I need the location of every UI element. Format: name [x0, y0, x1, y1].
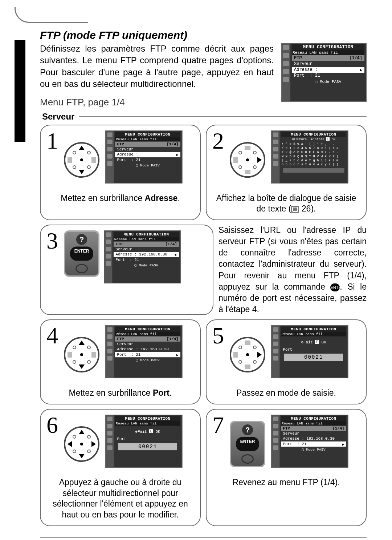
step-card-4: 4 MENU CONFIGURATION Réseau [40, 319, 201, 404]
step-caption: Mettez en surbrillance Port. [46, 388, 194, 399]
step-card-2: 2 MENU CONFIGURATION ⊞+⦿Curs [206, 125, 367, 221]
step-number: 3 [46, 230, 58, 251]
lcd-screen-step5: MENU CONFIGURATION Réseau LAN sans fil ⊕… [271, 325, 348, 378]
lcd-row-port: Port : 21 [292, 73, 364, 78]
lcd-screen-step7: MENU CONFIGURATION Réseau LAN sans fil F… [271, 415, 348, 468]
step-card-6: 6 MENU CONFIGURATION Réseau [40, 409, 201, 527]
page-corner-decoration [15, 7, 88, 23]
dpad-icon [230, 337, 265, 372]
step-number: 7 [212, 415, 224, 436]
step-number: 5 [212, 325, 224, 346]
enter-inline-icon: ENTER [330, 283, 340, 291]
side-tab-marker [15, 40, 25, 142]
step-caption: Passez en mode de saisie. [212, 388, 360, 399]
intro-paragraph: Définissez les paramètres FTP comme décr… [40, 43, 274, 90]
step-number: 4 [46, 325, 58, 346]
lcd-row-serveur: Serveur [292, 61, 364, 67]
lcd-screen-intro: MENU CONFIGURATION Réseau LAN sans fil F… [281, 43, 367, 102]
step-card-5: 5 MENU CONFIGURATION Réseau [206, 319, 367, 404]
reference-icon [291, 206, 299, 213]
step-card-3: 3 ? ENTER [40, 225, 213, 315]
step-card-7: 7 ? ENTER MENU CONFIGURATION Réseau LAN … [206, 409, 367, 527]
enter-button-icon: ? ENTER [64, 230, 99, 277]
lcd-footer: ▢ Mode PASV [292, 78, 364, 84]
step-number: 2 [212, 130, 224, 152]
lcd-subtitle: Réseau LAN sans fil [292, 50, 364, 55]
menu-subtitle: Menu FTP, page 1/4 [40, 97, 274, 108]
step-caption: Revenez au menu FTP (1/4). [212, 477, 360, 488]
step-card-1: 1 MENU CONFIGURATION Réseau [40, 125, 201, 221]
lcd-tab-name: FTP [294, 56, 302, 61]
lcd-row-adresse: Adresse :▶ [292, 67, 364, 73]
lcd-screen-step6: MENU CONFIGURATION Réseau LAN sans fil ⊕… [105, 415, 182, 468]
dpad-icon [230, 142, 265, 178]
step-caption: Mettez en surbrillance Adresse. [46, 193, 194, 204]
section-title: FTP (mode FTP uniquement) [40, 29, 367, 41]
step-caption: Affichez la boîte de dialogue de saisie … [212, 193, 360, 215]
lcd-screen-step3: MENU CONFIGURATION Réseau LAN sans fil F… [104, 230, 181, 283]
step-number: 6 [46, 415, 58, 436]
serveur-heading: Serveur [40, 112, 77, 122]
lcd-screen-step2: MENU CONFIGURATION ⊞+⦿Curs. ⊕Entrée 🅴 OK… [271, 130, 348, 184]
step-number: 1 [46, 130, 58, 152]
page-number: 32 [40, 537, 367, 540]
divider [79, 116, 367, 117]
lcd-screen-step1: MENU CONFIGURATION Réseau LAN sans fil F… [105, 130, 182, 184]
step-caption: Appuyez à gauche ou à droite du sélecteu… [46, 477, 194, 521]
lcd-title: MENU CONFIGURATION [292, 44, 364, 50]
enter-button-icon: ? ENTER [230, 421, 265, 467]
dpad-icon [64, 337, 99, 372]
lcd-screen-step4: MENU CONFIGURATION Réseau LAN sans fil F… [105, 325, 182, 378]
step-3-text: Saisissez l'URL ou l'adresse IP du serve… [219, 225, 367, 315]
dpad-icon [64, 142, 99, 178]
dpad-icon [64, 426, 99, 462]
lcd-page-indicator: [1/4] [349, 56, 362, 61]
